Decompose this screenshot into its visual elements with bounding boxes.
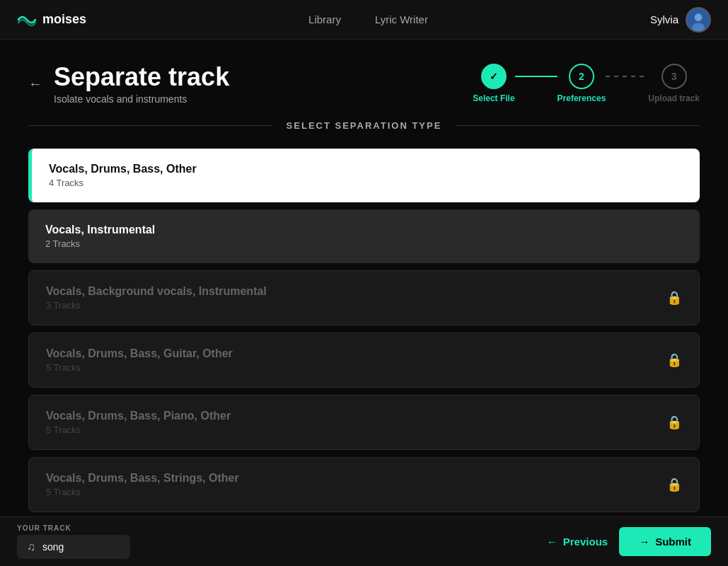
option-name-3: Vocals, Background vocals, Instrumental	[46, 285, 267, 298]
your-track-label: YOUR TRACK	[17, 524, 130, 532]
svg-point-1	[695, 13, 703, 21]
option-info-2: Vocals, Instrumental 2 Tracks	[45, 224, 155, 249]
option-tracks-4: 5 Tracks	[46, 362, 233, 373]
user-area: Sylvia	[650, 7, 711, 33]
step-3-number: 3	[671, 71, 677, 82]
svg-point-2	[692, 23, 705, 31]
track-icon: ♫	[27, 541, 35, 553]
step-3: 3 Upload track	[648, 64, 700, 103]
option-info-4: Vocals, Drums, Bass, Guitar, Other 5 Tra…	[46, 347, 233, 373]
page-subtitle: Isolate vocals and instruments	[54, 93, 229, 105]
lock-icon-4: 🔒	[666, 352, 682, 368]
stepper: Select File 2 Preferences 3 Upload track	[473, 64, 700, 103]
option-card-4[interactable]: Vocals, Drums, Bass, Guitar, Other 5 Tra…	[28, 333, 700, 388]
option-info-3: Vocals, Background vocals, Instrumental …	[46, 285, 267, 311]
header: moises Library Lyric Writer Sylvia	[0, 0, 728, 40]
nav-lyric-writer[interactable]: Lyric Writer	[375, 13, 428, 25]
option-card-5[interactable]: Vocals, Drums, Bass, Piano, Other 5 Trac…	[28, 395, 700, 450]
main-nav: Library Lyric Writer	[308, 13, 428, 25]
track-section: YOUR TRACK ♫ song	[17, 524, 130, 559]
option-name-6: Vocals, Drums, Bass, Strings, Other	[46, 472, 239, 485]
option-card-1[interactable]: Vocals, Drums, Bass, Other 4 Tracks	[28, 149, 700, 202]
submit-button[interactable]: → Submit	[619, 527, 711, 556]
user-name: Sylvia	[650, 13, 678, 25]
option-tracks-2: 2 Tracks	[45, 238, 155, 249]
step-3-label: Upload track	[648, 93, 700, 103]
footer: YOUR TRACK ♫ song ← Previous → Submit	[0, 516, 728, 566]
option-tracks-3: 3 Tracks	[46, 300, 267, 311]
option-tracks-6: 5 Tracks	[46, 487, 239, 497]
option-info-1: Vocals, Drums, Bass, Other 4 Tracks	[49, 163, 197, 188]
page: ← Separate track Isolate vocals and inst…	[0, 40, 728, 566]
footer-actions: ← Previous → Submit	[547, 527, 711, 556]
option-name-2: Vocals, Instrumental	[45, 224, 155, 236]
logo[interactable]: moises	[17, 12, 86, 27]
lock-icon-6: 🔒	[666, 477, 682, 492]
step-1: Select File	[473, 64, 514, 103]
option-tracks-5: 5 Tracks	[46, 424, 231, 435]
step-2-label: Preferences	[557, 93, 606, 103]
option-card-2[interactable]: Vocals, Instrumental 2 Tracks	[28, 209, 700, 263]
title-block: Separate track Isolate vocals and instru…	[54, 62, 229, 105]
step-1-circle	[481, 64, 507, 89]
moises-logo-icon	[17, 13, 37, 27]
option-name-5: Vocals, Drums, Bass, Piano, Other	[46, 410, 231, 422]
track-name: song	[42, 541, 64, 553]
step-1-label: Select File	[473, 93, 514, 103]
submit-label: Submit	[655, 536, 691, 548]
option-tracks-1: 4 Tracks	[49, 178, 197, 188]
back-button[interactable]: ←	[28, 76, 42, 92]
previous-arrow-icon: ←	[547, 536, 557, 548]
option-name-4: Vocals, Drums, Bass, Guitar, Other	[46, 347, 233, 360]
connector-2-3	[606, 76, 648, 77]
previous-label: Previous	[563, 536, 608, 548]
option-info-5: Vocals, Drums, Bass, Piano, Other 5 Trac…	[46, 410, 231, 435]
page-title: Separate track	[54, 62, 229, 92]
track-display: ♫ song	[17, 535, 130, 559]
step-3-circle: 3	[661, 64, 687, 89]
top-section: ← Separate track Isolate vocals and inst…	[0, 40, 728, 119]
page-title-area: ← Separate track Isolate vocals and inst…	[28, 62, 229, 105]
option-card-6[interactable]: Vocals, Drums, Bass, Strings, Other 5 Tr…	[28, 457, 700, 512]
connector-1-2	[515, 76, 557, 77]
step-2-number: 2	[579, 71, 584, 82]
main-content: SELECT SEPARATION TYPE Vocals, Drums, Ba…	[0, 119, 728, 516]
nav-library[interactable]: Library	[308, 13, 341, 25]
lock-icon-3: 🔒	[666, 290, 682, 306]
logo-text: moises	[42, 12, 86, 27]
option-card-3[interactable]: Vocals, Background vocals, Instrumental …	[28, 270, 700, 325]
option-name-1: Vocals, Drums, Bass, Other	[49, 163, 197, 175]
submit-arrow-icon: →	[639, 536, 649, 548]
step-2: 2 Preferences	[557, 64, 606, 103]
step-2-circle: 2	[569, 64, 594, 89]
lock-icon-5: 🔒	[666, 415, 682, 430]
option-info-6: Vocals, Drums, Bass, Strings, Other 5 Tr…	[46, 472, 239, 497]
step-1-checkmark	[490, 71, 498, 82]
section-title: SELECT SEPARATION TYPE	[272, 120, 456, 131]
previous-button[interactable]: ← Previous	[547, 536, 608, 548]
avatar[interactable]	[686, 7, 711, 33]
section-header: SELECT SEPARATION TYPE	[28, 119, 700, 132]
